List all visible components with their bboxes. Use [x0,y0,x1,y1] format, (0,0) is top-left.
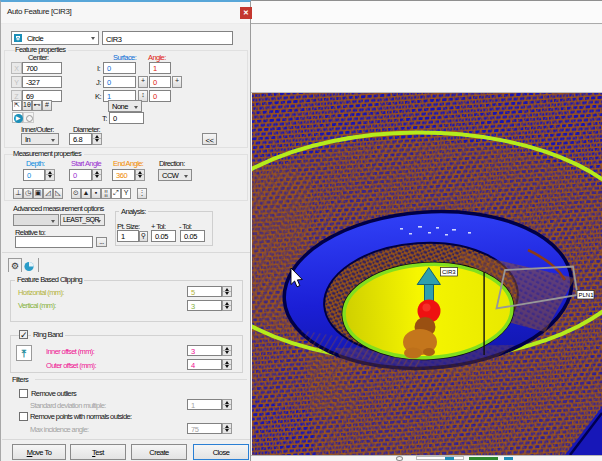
svg-text:PLN1: PLN1 [579,292,595,298]
svg-text:CIR3: CIR3 [442,269,456,275]
